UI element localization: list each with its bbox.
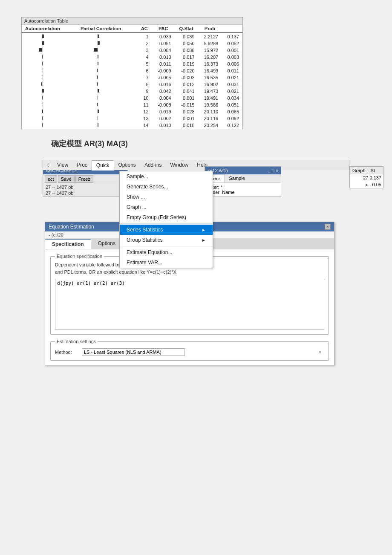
qstat-cell: 2.2127 [198, 33, 222, 40]
menu-item-view[interactable]: View [53, 160, 72, 170]
ac-value-cell: 0.011 [152, 61, 175, 67]
lag-cell: 11 [137, 101, 152, 108]
dropdown-label-graph: Graph ... [127, 204, 147, 210]
ac-bar-cell [22, 115, 77, 122]
right-prob-row1: 27 0.137 [350, 174, 383, 181]
eq-equation-input[interactable] [55, 279, 324, 330]
dropdown-item-estimate-eq[interactable]: Estimate Equation... [120, 247, 213, 257]
table-row: 140.0100.01820.2540.122 [22, 122, 242, 129]
menu-bar-container: t View Proc Quick Options Add-ins Window… [43, 160, 349, 170]
table-row: 40.0130.01716.2070.003 [22, 54, 242, 61]
ac-bar-cell [22, 108, 77, 115]
pac-value-cell: 0.050 [175, 40, 198, 47]
confirm-model-text: 确定模型 AR(3) MA(3) [51, 139, 128, 149]
table-row: 120.0190.02820.1100.065 [22, 108, 242, 115]
dropdown-item-generate[interactable]: Generate Series... [120, 182, 213, 192]
ac-value-cell: 0.019 [152, 108, 175, 115]
dropdown-item-series-stats[interactable]: Series Statistics ► [120, 225, 213, 235]
pac-bar-cell [77, 95, 137, 101]
ac-value-cell: -0.005 [152, 74, 175, 81]
pac-bar-cell [77, 122, 137, 129]
toolbar-freez[interactable]: Freez [75, 175, 93, 183]
order-row: Order: Name [208, 190, 278, 195]
dropdown-item-empty-group[interactable]: Empty Group (Edit Series) [120, 212, 213, 223]
prob-cell: 0.034 [222, 95, 242, 101]
pac-value-cell: 0.028 [175, 108, 198, 115]
col-ac: AC [137, 25, 152, 33]
dropdown-item-show[interactable]: Show ... [120, 192, 213, 202]
lag-cell: 1 [137, 33, 152, 40]
menu-item-options[interactable]: Options [114, 160, 140, 170]
prob-cell: 0.003 [222, 54, 242, 61]
prob-cell: 0.137 [222, 33, 242, 40]
eq-settings-fieldset: Estimation settings Method: LS - Least S… [50, 339, 329, 361]
ac-bar-cell [22, 40, 77, 47]
qstat-cell: 16.902 [198, 81, 222, 88]
ac-value-cell: 0.039 [152, 33, 175, 40]
dropdown-item-group-stats[interactable]: Group Statistics ► [120, 235, 213, 245]
right-tab-bar: Graph St [350, 167, 383, 174]
wf1-minimize-btn[interactable]: _ [268, 168, 271, 173]
pac-value-cell: 0.041 [175, 88, 198, 95]
prob-cell: 0.122 [222, 122, 242, 129]
prob-cell: 0.021 [222, 74, 242, 81]
lag-cell: 6 [137, 67, 152, 74]
pac-bar-cell [77, 88, 137, 95]
eq-close-btn[interactable]: × [325, 224, 331, 230]
ac-value-cell: 0.004 [152, 95, 175, 101]
lag-cell: 14 [137, 122, 152, 129]
menu-item-t[interactable]: t [43, 160, 53, 170]
wf1-title-bar: se12.wf1) _ □ × [205, 167, 281, 174]
series-stats-arrow: ► [202, 228, 206, 232]
archcase-info-row2: 27 -- 1427 ob [43, 190, 127, 196]
tab-st[interactable]: St [368, 167, 378, 174]
dropdown-label-generate: Generate Series... [127, 184, 168, 190]
prob-cell: 0.052 [222, 40, 242, 47]
right-prob-row2: b... 0.05 [350, 181, 383, 188]
tab-sample[interactable]: Sample [225, 174, 249, 182]
prob-cell: 0.021 [222, 88, 242, 95]
lag-cell: 7 [137, 74, 152, 81]
menu-item-addins[interactable]: Add-ins [140, 160, 166, 170]
method-select[interactable]: LS - Least Squares (NLS and ARMA)TSLS - … [82, 348, 185, 356]
right-partial-window: Graph St 27 0.137 b... 0.05 [349, 166, 383, 188]
wf1-maximize-btn[interactable]: □ [272, 168, 274, 173]
pac-value-cell: -0.015 [175, 101, 198, 108]
tab-options[interactable]: Options [91, 239, 123, 249]
prob-cell: 0.001 [222, 47, 242, 54]
menu-item-proc[interactable]: Proc [72, 160, 92, 170]
table-row: 20.0510.0505.92880.052 [22, 40, 242, 47]
pac-value-cell: -0.003 [175, 74, 198, 81]
dropdown-separator-1 [120, 223, 213, 224]
qstat-cell: 19.586 [198, 101, 222, 108]
tab-graph[interactable]: Graph [350, 167, 368, 174]
lag-cell: 5 [137, 61, 152, 67]
wf1-close-btn[interactable]: × [276, 168, 278, 173]
dropdown-item-sample[interactable]: Sample... [120, 171, 213, 182]
table-row: 7-0.005-0.00316.5350.021 [22, 74, 242, 81]
menu-item-quick[interactable]: Quick [92, 160, 114, 171]
pac-bar-cell [77, 74, 137, 81]
dropdown-label-group-stats: Group Statistics [127, 237, 163, 243]
table-row: 130.0020.00120.1160.092 [22, 115, 242, 122]
toolbar-ect[interactable]: ect [45, 175, 57, 183]
ac-bar-cell [22, 47, 77, 54]
dropdown-item-graph[interactable]: Graph ... [120, 202, 213, 212]
acf-title-text: Autocorrelation Table [24, 18, 68, 23]
tab-specification[interactable]: Specification [45, 239, 91, 249]
ac-value-cell: -0.008 [152, 101, 175, 108]
qstat-cell: 16.499 [198, 67, 222, 74]
dropdown-label-series-stats: Series Statistics [127, 227, 163, 233]
ac-bar-cell [22, 101, 77, 108]
menu-item-window[interactable]: Window [166, 160, 193, 170]
toolbar-save[interactable]: Save [58, 175, 75, 183]
dropdown-item-estimate-var[interactable]: Estimate VAR... [120, 257, 213, 268]
table-row: 3-0.084-0.08815.9720.001 [22, 47, 242, 54]
archcase-toolbar: ect Save Freez [43, 174, 127, 184]
qstat-cell: 16.535 [198, 74, 222, 81]
dropdown-label-sample: Sample... [127, 173, 148, 179]
table-row: 100.0040.00119.4910.034 [22, 95, 242, 101]
qstat-cell: 20.110 [198, 108, 222, 115]
method-row: Method: LS - Least Squares (NLS and ARMA… [55, 348, 324, 356]
archcase-window: ARCHCASE12 ect Save Freez 27 -- 1427 ob … [43, 166, 128, 197]
